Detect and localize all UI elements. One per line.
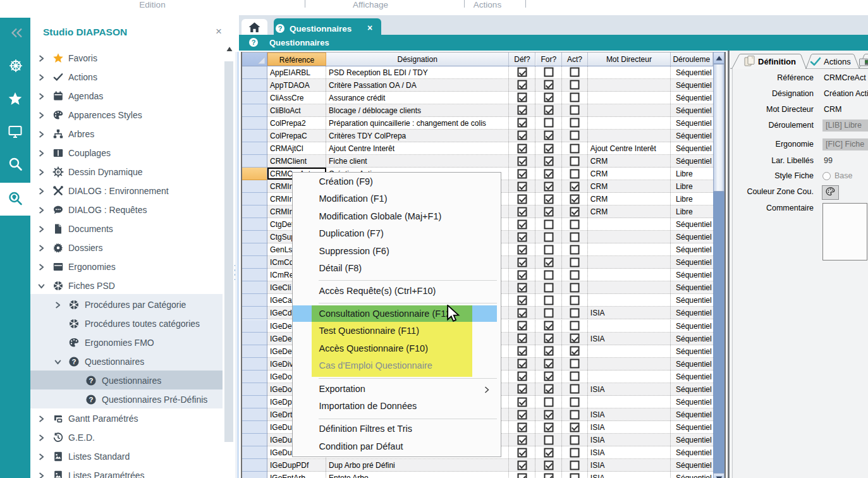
svg-text:Définition: Définition [758, 57, 796, 66]
svg-text:?: ? [71, 358, 76, 365]
svg-text:Actions: Actions [824, 57, 851, 66]
svg-text:?: ? [89, 396, 93, 403]
svg-text:?: ? [89, 377, 93, 384]
